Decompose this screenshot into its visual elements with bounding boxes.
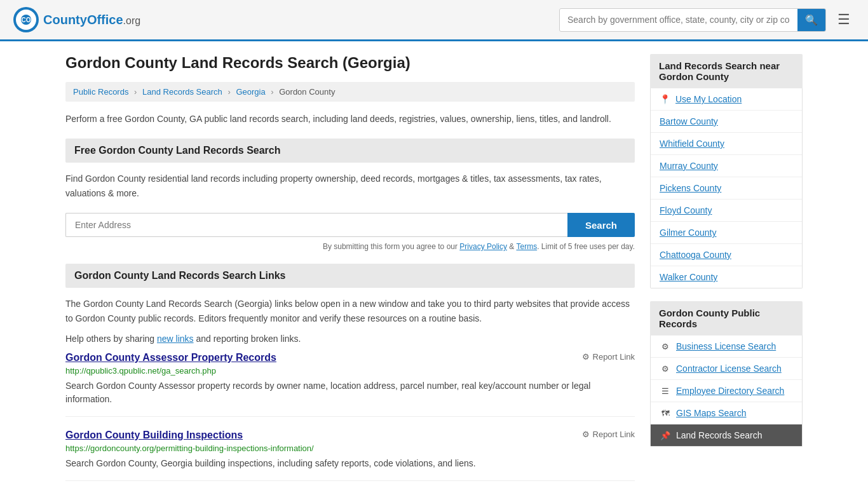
svg-text:CO: CO [22, 17, 31, 24]
address-search-row: Search [65, 213, 635, 237]
terms-link[interactable]: Terms [516, 242, 537, 251]
pr-item-business-license[interactable]: ⚙ Business License Search [651, 336, 802, 358]
sidebar-item-floyd[interactable]: Floyd County [651, 200, 802, 222]
page-description: Perform a free Gordon County, GA public … [65, 112, 635, 126]
links-section: Gordon County Land Records Search Links … [65, 264, 635, 481]
free-search-section: Free Gordon County Land Records Search F… [65, 139, 635, 251]
public-records-heading: Gordon County Public Records [650, 301, 803, 336]
sidebar-item-murray[interactable]: Murray County [651, 155, 802, 177]
building-link-title[interactable]: Gordon County Building Inspections [65, 430, 243, 441]
link-card-header-2: Gordon County Building Inspections ⚙ Rep… [65, 430, 635, 441]
header-search-wrapper: 🔍 [559, 8, 826, 32]
building-description: Search Gordon County, Georgia building i… [65, 457, 635, 470]
main-container: Gordon County Land Records Search (Georg… [53, 41, 815, 488]
breadcrumb-land-records[interactable]: Land Records Search [142, 87, 222, 97]
pr-item-gis-maps[interactable]: 🗺 GIS Maps Search [651, 402, 802, 424]
logo[interactable]: CO CountyOffice.org [13, 6, 140, 33]
map-icon: 🗺 [660, 409, 671, 418]
public-records-list: ⚙ Business License Search ⚙ Contractor L… [650, 336, 803, 447]
nearby-section: Land Records Search near Gordon County 📍… [650, 54, 803, 288]
header-search-input[interactable] [560, 10, 797, 30]
link-card-building: Gordon County Building Inspections ⚙ Rep… [65, 430, 635, 481]
header-search-button[interactable]: 🔍 [797, 9, 825, 31]
address-input[interactable] [65, 213, 567, 237]
links-description1: The Gordon County Land Records Search (G… [65, 297, 635, 325]
sidebar: Land Records Search near Gordon County 📍… [650, 54, 803, 488]
report-link-assessor[interactable]: ⚙ Report Link [582, 352, 635, 362]
pin-icon: 📌 [660, 431, 671, 440]
public-records-section: Gordon County Public Records ⚙ Business … [650, 301, 803, 447]
link-card-header: Gordon County Assessor Property Records … [65, 352, 635, 363]
page-title: Gordon County Land Records Search (Georg… [65, 54, 635, 72]
new-links-link[interactable]: new links [157, 334, 194, 344]
wrench-icon: ⚙ [582, 352, 590, 362]
search-button[interactable]: Search [567, 213, 635, 237]
building-url: https://gordoncounty.org/permitting-buil… [65, 444, 635, 453]
breadcrumb-georgia[interactable]: Georgia [236, 87, 265, 97]
wrench-icon-2: ⚙ [582, 430, 590, 439]
gear-icon-2: ⚙ [660, 364, 671, 374]
main-content: Gordon County Land Records Search (Georg… [65, 54, 635, 488]
assessor-link-title[interactable]: Gordon County Assessor Property Records [65, 352, 276, 363]
privacy-policy-link[interactable]: Privacy Policy [459, 242, 507, 251]
nearby-heading: Land Records Search near Gordon County [650, 54, 803, 88]
report-link-building[interactable]: ⚙ Report Link [582, 430, 635, 439]
sidebar-item-whitfield[interactable]: Whitfield County [651, 133, 802, 155]
gear-icon: ⚙ [660, 342, 671, 351]
free-search-heading: Free Gordon County Land Records Search [65, 139, 635, 163]
sidebar-item-pickens[interactable]: Pickens County [651, 177, 802, 200]
logo-text: CountyOffice.org [43, 13, 140, 27]
location-pin-icon: 📍 [660, 94, 670, 104]
assessor-description: Search Gordon County Assessor property r… [65, 379, 635, 406]
pr-item-employee-directory[interactable]: ☰ Employee Directory Search [651, 380, 802, 402]
links-description2: Help others by sharing new links and rep… [65, 332, 635, 346]
sidebar-item-gilmer[interactable]: Gilmer County [651, 222, 802, 244]
links-heading: Gordon County Land Records Search Links [65, 264, 635, 288]
sidebar-item-bartow[interactable]: Bartow County [651, 111, 802, 133]
pr-item-land-records[interactable]: 📌 Land Records Search [651, 424, 802, 446]
breadcrumb: Public Records › Land Records Search › G… [65, 82, 635, 102]
site-header: CO CountyOffice.org 🔍 ☰ [0, 0, 868, 41]
assessor-url: http://qpublic3.qpublic.net/ga_search.ph… [65, 366, 635, 376]
breadcrumb-public-records[interactable]: Public Records [73, 87, 128, 97]
free-search-description: Find Gordon County residential land reco… [65, 172, 635, 200]
header-right: 🔍 ☰ [559, 8, 855, 32]
form-disclaimer: By submitting this form you agree to our… [65, 242, 635, 251]
sidebar-item-chattooga[interactable]: Chattooga County [651, 244, 802, 266]
pr-item-contractor-license[interactable]: ⚙ Contractor License Search [651, 358, 802, 380]
logo-icon: CO [13, 6, 39, 33]
list-icon: ☰ [660, 386, 671, 396]
sidebar-item-walker[interactable]: Walker County [651, 266, 802, 288]
nearby-list: 📍 Use My Location Bartow County Whitfiel… [650, 88, 803, 288]
breadcrumb-gordon-county: Gordon County [279, 87, 335, 97]
link-card-assessor: Gordon County Assessor Property Records … [65, 352, 635, 417]
use-my-location-item[interactable]: 📍 Use My Location [651, 88, 802, 111]
menu-button[interactable]: ☰ [832, 9, 855, 30]
use-my-location-link[interactable]: Use My Location [675, 94, 742, 104]
